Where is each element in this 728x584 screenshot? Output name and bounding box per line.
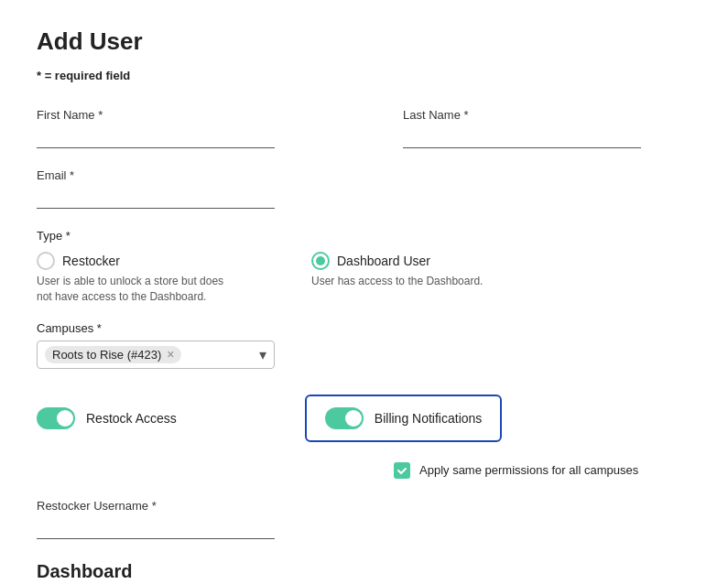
email-label: Email *: [37, 168, 275, 182]
checkmark-icon: [397, 465, 407, 476]
apply-permissions-label: Apply same permissions for all campuses: [419, 463, 638, 477]
page-title: Add User: [37, 27, 691, 56]
restocker-radio-label-row: Restocker: [37, 252, 229, 270]
restocker-username-input[interactable]: [37, 516, 275, 539]
billing-notifications-label: Billing Notifications: [375, 411, 483, 426]
toggles-row: Restock Access Billing Notifications: [37, 395, 691, 442]
dashboard-desc: User has access to the Dashboard.: [311, 274, 483, 289]
dashboard-radio-text: Dashboard User: [337, 254, 430, 268]
name-row: First Name * Last Name *: [37, 108, 691, 148]
first-name-input[interactable]: [37, 125, 275, 148]
apply-permissions-row: Apply same permissions for all campuses: [394, 462, 691, 479]
campuses-chevron-icon: ▾: [259, 346, 266, 363]
billing-notifications-toggle[interactable]: [325, 407, 364, 429]
radio-row: Restocker User is able to unlock a store…: [37, 252, 691, 305]
email-row: Email *: [37, 168, 691, 209]
restock-access-toggle-item: Restock Access: [37, 407, 177, 429]
campuses-label: Campuses *: [37, 321, 691, 335]
restocker-username-label: Restocker Username *: [37, 499, 691, 513]
campus-tag-text: Roots to Rise (#423): [52, 348, 161, 362]
radio-option-restocker: Restocker User is able to unlock a store…: [37, 252, 229, 305]
campus-tag: Roots to Rise (#423) ×: [45, 346, 181, 363]
first-name-field: First Name *: [37, 108, 275, 148]
campuses-section: Campuses * Roots to Rise (#423) × ▾: [37, 321, 691, 369]
dashboard-radio-label-row: Dashboard User: [311, 252, 483, 270]
required-note: * = required field: [37, 69, 691, 82]
last-name-input[interactable]: [403, 125, 641, 148]
restocker-username-field: Restocker Username *: [37, 499, 691, 539]
billing-notifications-track: [325, 407, 364, 429]
campus-tag-remove[interactable]: ×: [167, 348, 174, 361]
restock-access-label: Restock Access: [86, 411, 177, 426]
restock-access-toggle[interactable]: [37, 407, 75, 429]
last-name-label: Last Name *: [403, 108, 641, 122]
last-name-field: Last Name *: [403, 108, 641, 148]
campuses-dropdown[interactable]: Roots to Rise (#423) × ▾: [37, 341, 275, 369]
restocker-radio-text: Restocker: [62, 254, 120, 268]
dashboard-radio[interactable]: [311, 252, 330, 270]
radio-option-dashboard: Dashboard User User has access to the Da…: [311, 252, 483, 289]
type-label: Type *: [37, 229, 691, 243]
restocker-desc: User is able to unlock a store but does …: [37, 274, 229, 305]
restock-access-track: [37, 407, 75, 429]
apply-permissions-checkbox[interactable]: [394, 462, 410, 479]
billing-notifications-toggle-item: Billing Notifications: [305, 395, 503, 442]
restocker-radio[interactable]: [37, 252, 55, 270]
dashboard-section-title: Dashboard: [37, 561, 691, 582]
type-section: Type * Restocker User is able to unlock …: [37, 229, 691, 305]
email-field: Email *: [37, 168, 275, 209]
email-input[interactable]: [37, 186, 275, 209]
first-name-label: First Name *: [37, 108, 275, 122]
